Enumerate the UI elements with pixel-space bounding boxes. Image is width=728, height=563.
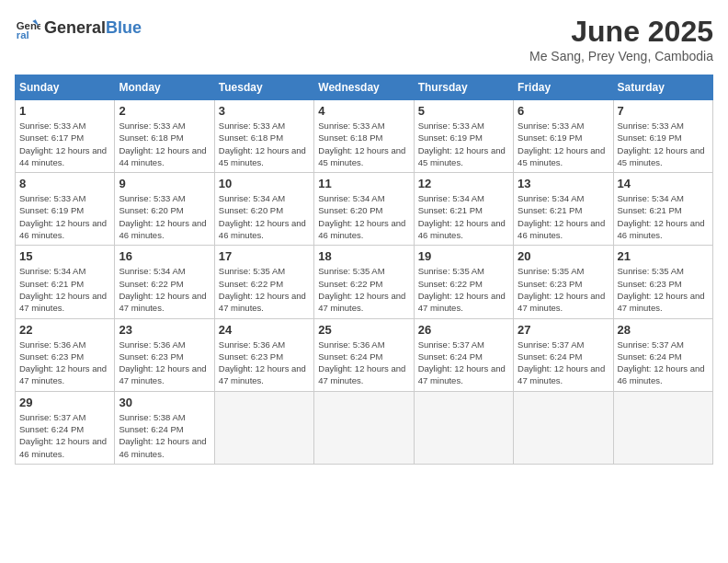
day-cell: 4 Sunrise: 5:33 AMSunset: 6:18 PMDayligh… — [314, 100, 414, 173]
day-info: Sunrise: 5:33 AMSunset: 6:19 PMDaylight:… — [418, 121, 506, 167]
header-sunday: Sunday — [16, 75, 115, 100]
day-info: Sunrise: 5:38 AMSunset: 6:24 PMDaylight:… — [119, 412, 206, 459]
day-cell: 29 Sunrise: 5:37 AMSunset: 6:24 PMDaylig… — [16, 391, 115, 464]
day-cell: 5 Sunrise: 5:33 AMSunset: 6:19 PMDayligh… — [414, 100, 513, 173]
day-cell: 15 Sunrise: 5:34 AMSunset: 6:21 PMDaylig… — [16, 246, 115, 318]
day-info: Sunrise: 5:33 AMSunset: 6:20 PMDaylight:… — [119, 193, 206, 240]
calendar-row: 8 Sunrise: 5:33 AMSunset: 6:19 PMDayligh… — [16, 173, 713, 246]
day-info: Sunrise: 5:36 AMSunset: 6:24 PMDaylight:… — [318, 339, 405, 386]
day-info: Sunrise: 5:35 AMSunset: 6:22 PMDaylight:… — [418, 266, 506, 313]
day-cell: 8 Sunrise: 5:33 AMSunset: 6:19 PMDayligh… — [16, 173, 115, 246]
day-info: Sunrise: 5:33 AMSunset: 6:19 PMDaylight:… — [518, 121, 605, 167]
day-cell: 24 Sunrise: 5:36 AMSunset: 6:23 PMDaylig… — [214, 318, 313, 391]
day-cell: 14 Sunrise: 5:34 AMSunset: 6:21 PMDaylig… — [613, 173, 712, 246]
day-info: Sunrise: 5:34 AMSunset: 6:20 PMDaylight:… — [318, 193, 405, 240]
day-cell: 18 Sunrise: 5:35 AMSunset: 6:22 PMDaylig… — [314, 246, 414, 318]
day-cell: 3 Sunrise: 5:33 AMSunset: 6:18 PMDayligh… — [214, 100, 313, 173]
day-number: 18 — [318, 249, 409, 263]
calendar-subtitle: Me Sang, Prey Veng, Cambodia — [529, 49, 713, 63]
header: Gene ral General Blue June 2025 Me Sang,… — [15, 15, 713, 63]
header-saturday: Saturday — [613, 75, 712, 100]
day-info: Sunrise: 5:34 AMSunset: 6:21 PMDaylight:… — [19, 266, 107, 313]
logo-general: General — [44, 18, 106, 38]
day-cell: 21 Sunrise: 5:35 AMSunset: 6:23 PMDaylig… — [613, 246, 712, 318]
day-cell: 2 Sunrise: 5:33 AMSunset: 6:18 PMDayligh… — [115, 100, 214, 173]
day-info: Sunrise: 5:37 AMSunset: 6:24 PMDaylight:… — [19, 412, 107, 459]
day-number: 20 — [518, 249, 609, 263]
calendar-row: 15 Sunrise: 5:34 AMSunset: 6:21 PMDaylig… — [16, 246, 713, 318]
day-number: 29 — [19, 396, 110, 409]
day-cell: 11 Sunrise: 5:34 AMSunset: 6:20 PMDaylig… — [314, 173, 414, 246]
day-cell: 16 Sunrise: 5:34 AMSunset: 6:22 PMDaylig… — [115, 246, 214, 318]
empty-cell — [214, 391, 313, 464]
header-tuesday: Tuesday — [214, 75, 313, 100]
calendar-row: 22 Sunrise: 5:36 AMSunset: 6:23 PMDaylig… — [16, 318, 713, 391]
day-info: Sunrise: 5:34 AMSunset: 6:21 PMDaylight:… — [518, 193, 605, 240]
header-monday: Monday — [115, 75, 214, 100]
day-info: Sunrise: 5:33 AMSunset: 6:18 PMDaylight:… — [219, 121, 306, 167]
day-number: 1 — [19, 104, 110, 118]
day-number: 24 — [219, 323, 310, 337]
weekday-header-row: Sunday Monday Tuesday Wednesday Thursday… — [16, 75, 713, 100]
logo: Gene ral General Blue — [15, 15, 142, 40]
day-number: 17 — [219, 249, 310, 263]
day-info: Sunrise: 5:35 AMSunset: 6:22 PMDaylight:… — [219, 266, 306, 313]
day-cell: 27 Sunrise: 5:37 AMSunset: 6:24 PMDaylig… — [514, 318, 613, 391]
day-cell: 22 Sunrise: 5:36 AMSunset: 6:23 PMDaylig… — [16, 318, 115, 391]
day-info: Sunrise: 5:35 AMSunset: 6:23 PMDaylight:… — [518, 266, 605, 313]
day-info: Sunrise: 5:35 AMSunset: 6:23 PMDaylight:… — [618, 266, 705, 313]
day-info: Sunrise: 5:37 AMSunset: 6:24 PMDaylight:… — [418, 339, 506, 386]
day-info: Sunrise: 5:37 AMSunset: 6:24 PMDaylight:… — [618, 339, 705, 386]
day-cell: 13 Sunrise: 5:34 AMSunset: 6:21 PMDaylig… — [514, 173, 613, 246]
day-number: 23 — [119, 323, 210, 337]
day-info: Sunrise: 5:34 AMSunset: 6:22 PMDaylight:… — [119, 266, 206, 313]
header-wednesday: Wednesday — [314, 75, 414, 100]
day-cell: 19 Sunrise: 5:35 AMSunset: 6:22 PMDaylig… — [414, 246, 513, 318]
day-number: 10 — [219, 177, 310, 190]
day-cell: 23 Sunrise: 5:36 AMSunset: 6:23 PMDaylig… — [115, 318, 214, 391]
day-cell: 17 Sunrise: 5:35 AMSunset: 6:22 PMDaylig… — [214, 246, 313, 318]
header-friday: Friday — [514, 75, 613, 100]
day-number: 5 — [418, 104, 509, 118]
day-cell: 26 Sunrise: 5:37 AMSunset: 6:24 PMDaylig… — [414, 318, 513, 391]
day-number: 6 — [518, 104, 609, 118]
empty-cell — [613, 391, 712, 464]
empty-cell — [414, 391, 513, 464]
day-cell: 12 Sunrise: 5:34 AMSunset: 6:21 PMDaylig… — [414, 173, 513, 246]
day-cell: 9 Sunrise: 5:33 AMSunset: 6:20 PMDayligh… — [115, 173, 214, 246]
day-number: 11 — [318, 177, 409, 190]
day-info: Sunrise: 5:36 AMSunset: 6:23 PMDaylight:… — [119, 339, 206, 386]
day-info: Sunrise: 5:33 AMSunset: 6:17 PMDaylight:… — [19, 121, 107, 167]
day-number: 15 — [19, 249, 110, 263]
day-cell: 28 Sunrise: 5:37 AMSunset: 6:24 PMDaylig… — [613, 318, 712, 391]
logo-icon: Gene ral — [15, 15, 40, 40]
day-info: Sunrise: 5:36 AMSunset: 6:23 PMDaylight:… — [19, 339, 107, 386]
day-info: Sunrise: 5:33 AMSunset: 6:18 PMDaylight:… — [318, 121, 405, 167]
day-number: 9 — [119, 177, 210, 190]
day-info: Sunrise: 5:33 AMSunset: 6:18 PMDaylight:… — [119, 121, 206, 167]
empty-cell — [514, 391, 613, 464]
day-number: 19 — [418, 249, 509, 263]
day-number: 22 — [19, 323, 110, 337]
day-cell: 6 Sunrise: 5:33 AMSunset: 6:19 PMDayligh… — [514, 100, 613, 173]
day-number: 2 — [119, 104, 210, 118]
day-info: Sunrise: 5:35 AMSunset: 6:22 PMDaylight:… — [318, 266, 405, 313]
day-info: Sunrise: 5:34 AMSunset: 6:21 PMDaylight:… — [418, 193, 506, 240]
logo-blue: Blue — [106, 18, 142, 38]
day-number: 4 — [318, 104, 409, 118]
day-number: 14 — [618, 177, 709, 190]
day-info: Sunrise: 5:37 AMSunset: 6:24 PMDaylight:… — [518, 339, 605, 386]
day-info: Sunrise: 5:33 AMSunset: 6:19 PMDaylight:… — [618, 121, 705, 167]
title-area: June 2025 Me Sang, Prey Veng, Cambodia — [529, 15, 713, 63]
day-info: Sunrise: 5:36 AMSunset: 6:23 PMDaylight:… — [219, 339, 306, 386]
day-cell: 25 Sunrise: 5:36 AMSunset: 6:24 PMDaylig… — [314, 318, 414, 391]
calendar-table: Sunday Monday Tuesday Wednesday Thursday… — [15, 75, 713, 465]
day-info: Sunrise: 5:34 AMSunset: 6:20 PMDaylight:… — [219, 193, 306, 240]
day-number: 28 — [618, 323, 709, 337]
day-number: 8 — [19, 177, 110, 190]
day-number: 21 — [618, 249, 709, 263]
day-cell: 7 Sunrise: 5:33 AMSunset: 6:19 PMDayligh… — [613, 100, 712, 173]
day-cell: 30 Sunrise: 5:38 AMSunset: 6:24 PMDaylig… — [115, 391, 214, 464]
day-info: Sunrise: 5:33 AMSunset: 6:19 PMDaylight:… — [19, 193, 107, 240]
day-number: 3 — [219, 104, 310, 118]
